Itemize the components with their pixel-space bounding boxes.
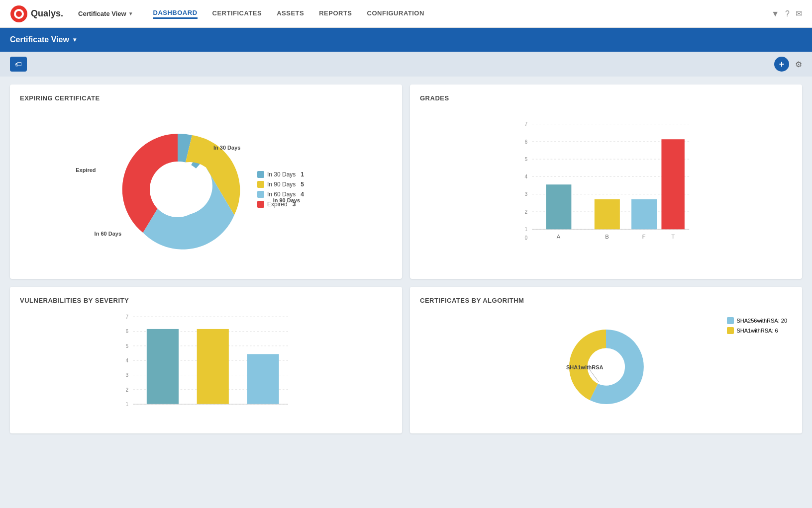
grades-bar-chart: 7 6 5 4 3 2 1 0 A B F [430, 115, 782, 244]
ylabel-5: 5 [524, 157, 527, 162]
nav-dashboard[interactable]: DASHBOARD [153, 9, 198, 19]
vulnerabilities-title: VULNERABILITIES BY SEVERITY [20, 297, 392, 304]
bar-A[interactable] [546, 184, 571, 229]
app-name[interactable]: Certificate View ▼ [78, 10, 133, 17]
xlabel-F: F [642, 234, 646, 240]
help-icon[interactable]: ? [785, 9, 790, 18]
v-ylabel-3: 3 [126, 372, 129, 378]
ylabel-2: 2 [524, 209, 527, 215]
tag-icon: 🏷 [15, 60, 22, 68]
nav-certificates[interactable]: CERTIFICATES [212, 9, 262, 18]
blue-bar: Certificate View ▾ [0, 28, 812, 52]
v-ylabel-6: 6 [126, 329, 129, 334]
grades-title: GRADES [420, 94, 792, 102]
expiring-donut-chart [108, 120, 247, 259]
v-ylabel-7: 7 [126, 314, 129, 320]
dashboard: EXPIRING CERTIFICATE [0, 77, 812, 441]
email-icon[interactable]: ✉ [796, 9, 802, 18]
alg-legend-sha256: SHA256withRSA: 20 [727, 317, 788, 324]
ylabel-0: 0 [524, 235, 527, 241]
ylabel-1: 1 [524, 227, 527, 232]
add-icon: + [779, 59, 785, 70]
bar-s1[interactable] [147, 329, 179, 404]
ylabel-6: 6 [524, 139, 527, 145]
bar-F[interactable] [631, 199, 657, 229]
nav-assets[interactable]: ASSETS [277, 9, 304, 18]
nav-configuration[interactable]: CONFIGURATION [367, 9, 424, 18]
alg-label-sha1: SHA1withRSA [566, 364, 604, 370]
nav-right: ▼ ? ✉ [771, 9, 802, 18]
app-name-arrow: ▼ [128, 11, 133, 16]
bar-B[interactable] [595, 199, 620, 229]
alg-legend-sha1: SHA1withRSA: 6 [727, 327, 788, 334]
alg-color-sha256 [727, 317, 734, 324]
vuln-chart-wrapper: 7 6 5 4 3 2 1 [20, 312, 392, 423]
certificates-algorithm-title: CERTIFICATES BY ALGORITHM [420, 297, 792, 304]
label-30days: In 30 Days [213, 145, 240, 151]
blue-bar-title[interactable]: Certificate View ▾ [10, 35, 76, 44]
legend-color-expired [257, 201, 264, 208]
donut-hole [150, 162, 205, 217]
v-ylabel-1: 1 [126, 402, 129, 407]
vulnerabilities-card: VULNERABILITIES BY SEVERITY 7 6 5 4 3 2 … [10, 287, 402, 433]
alg-color-sha1 [727, 327, 734, 334]
donut-segments [122, 134, 240, 250]
bar-s2[interactable] [197, 329, 229, 404]
legend-color-60days [257, 191, 264, 198]
legend-90days: In 90 Days 5 [257, 181, 304, 188]
sub-bar-right: + ⚙ [774, 57, 802, 72]
v-ylabel-5: 5 [126, 343, 129, 349]
logo-text: Qualys. [31, 8, 63, 19]
app-name-label: Certificate View [78, 10, 126, 17]
expiring-certificate-title: EXPIRING CERTIFICATE [20, 94, 392, 102]
label-90days: In 90 Days [273, 197, 300, 203]
dropdown-icon[interactable]: ▼ [771, 9, 779, 18]
legend-color-30days [257, 171, 264, 178]
legend-60days: In 60 Days 4 [257, 191, 304, 198]
gear-icon: ⚙ [795, 60, 802, 69]
ylabel-3: 3 [524, 191, 527, 197]
ylabel-7: 7 [524, 121, 527, 127]
v-ylabel-4: 4 [126, 358, 129, 363]
expiring-donut-container: In 30 Days In 90 Days In 60 Days Expired… [20, 110, 392, 269]
expiring-certificate-card: EXPIRING CERTIFICATE [10, 85, 402, 279]
alg-donut-chart: SHA1withRSA [551, 317, 661, 417]
bar-s3[interactable] [247, 354, 279, 404]
legend-30days: In 30 Days 1 [257, 171, 304, 178]
qualys-logo-icon [10, 5, 28, 23]
vulnerabilities-bar-chart: 7 6 5 4 3 2 1 [25, 312, 387, 422]
svg-point-2 [16, 11, 22, 17]
label-60days: In 60 Days [95, 231, 121, 237]
add-widget-button[interactable]: + [774, 57, 789, 72]
alg-donut-container: SHA256withRSA: 20 SHA1withRSA: 6 [420, 312, 792, 422]
certificates-algorithm-card: CERTIFICATES BY ALGORITHM SHA256withRSA:… [410, 287, 802, 433]
grades-card: GRADES 7 6 5 4 3 2 1 0 [410, 85, 802, 279]
bar-T[interactable] [661, 139, 684, 229]
nav-links: DASHBOARD CERTIFICATES ASSETS REPORTS CO… [153, 9, 772, 19]
label-expired: Expired [76, 167, 96, 173]
alg-legend: SHA256withRSA: 20 SHA1withRSA: 6 [727, 317, 788, 334]
xlabel-T: T [671, 234, 675, 240]
nav-reports[interactable]: REPORTS [319, 9, 352, 18]
logo-area: Qualys. [10, 5, 63, 23]
legend-color-90days [257, 181, 264, 188]
tag-button[interactable]: 🏷 [10, 57, 27, 72]
xlabel-A: A [557, 234, 561, 240]
top-nav: Qualys. Certificate View ▼ DASHBOARD CER… [0, 0, 812, 28]
settings-button[interactable]: ⚙ [795, 60, 802, 69]
sub-bar: 🏷 + ⚙ [0, 52, 812, 77]
v-ylabel-2: 2 [126, 387, 129, 393]
grades-chart-wrapper: 7 6 5 4 3 2 1 0 A B F [420, 110, 792, 246]
xlabel-B: B [605, 234, 609, 240]
blue-bar-chevron: ▾ [73, 36, 76, 43]
blue-bar-title-text: Certificate View [10, 35, 69, 44]
ylabel-4: 4 [524, 174, 527, 179]
